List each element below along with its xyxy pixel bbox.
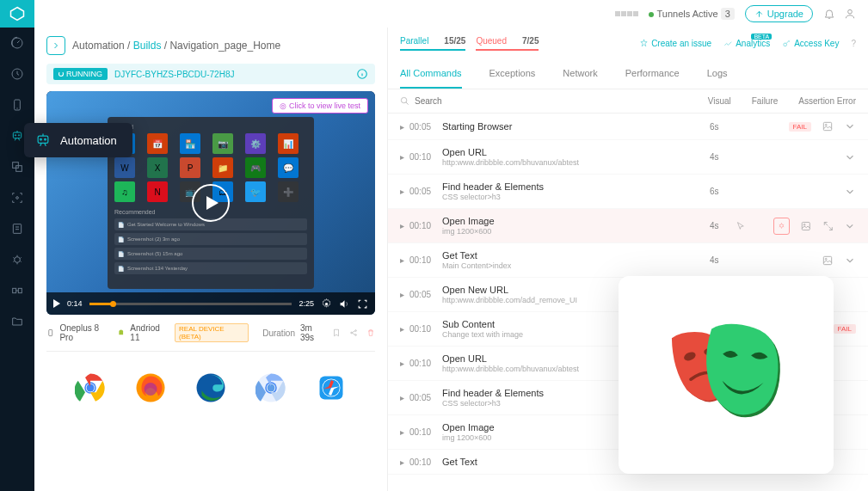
real-device-badge: REAL DEVICE (BETA)	[175, 323, 249, 342]
integrations-icon[interactable]	[0, 275, 34, 306]
delete-icon[interactable]	[366, 328, 375, 337]
play-icon: ▸	[400, 457, 404, 467]
search-input[interactable]	[415, 96, 708, 106]
command-tabs: All Commands Exceptions Network Performa…	[388, 59, 868, 89]
help-icon[interactable]: ?	[851, 39, 856, 48]
image-icon[interactable]	[822, 255, 834, 267]
cmd-timestamp: 00:05	[409, 290, 442, 299]
apps-grid-icon[interactable]	[615, 11, 638, 16]
command-row[interactable]: ▸00:10Open URLhttp:www.dribbble.com/bhuv…	[388, 140, 868, 175]
image-icon[interactable]	[800, 220, 812, 232]
chevron-down-icon[interactable]	[844, 255, 856, 267]
play-icon: ▸	[400, 427, 404, 437]
upgrade-button[interactable]: Upgrade	[745, 5, 813, 22]
svg-point-36	[401, 97, 406, 102]
build-status-bar: RUNNING DJYFC-BYHZS-PBCDU-72H8J	[46, 64, 375, 84]
svg-rect-10	[13, 224, 21, 234]
device-icon[interactable]	[0, 89, 34, 120]
cmd-timestamp: 00:10	[409, 359, 442, 368]
history-icon[interactable]	[0, 58, 34, 89]
chevron-down-icon[interactable]	[844, 151, 856, 163]
play-icon: ▸	[400, 255, 404, 265]
info-icon[interactable]	[356, 68, 368, 80]
svg-rect-42	[823, 256, 831, 264]
logo[interactable]	[0, 0, 34, 28]
scan-icon[interactable]	[0, 182, 34, 213]
svg-rect-37	[823, 122, 831, 130]
col-visual: Visual	[708, 96, 731, 106]
tab-performance[interactable]: Performance	[625, 59, 680, 89]
settings-icon[interactable]	[321, 298, 332, 310]
cmd-title: Open URL	[442, 147, 710, 157]
svg-point-9	[16, 197, 19, 199]
tab-all-commands[interactable]: All Commands	[400, 59, 462, 89]
scrubber[interactable]	[89, 303, 292, 305]
user-icon[interactable]	[844, 8, 856, 20]
play-button[interactable]	[192, 184, 230, 222]
folder-icon[interactable]	[0, 306, 34, 337]
play-small-icon[interactable]	[53, 299, 60, 308]
svg-point-45	[40, 138, 42, 140]
masks-icon	[649, 306, 803, 444]
svg-point-18	[351, 332, 353, 334]
playwright-card	[619, 276, 834, 474]
svg-rect-7	[13, 163, 19, 169]
cmd-timestamp: 00:10	[409, 427, 442, 437]
dashboard-icon[interactable]	[0, 28, 34, 58]
chevron-down-icon[interactable]	[844, 120, 856, 132]
tab-logs[interactable]: Logs	[707, 59, 728, 89]
list-icon[interactable]	[0, 213, 34, 244]
queued-stat[interactable]: Queued7/25	[476, 36, 539, 51]
bell-icon[interactable]	[823, 8, 835, 20]
play-icon: ▸	[400, 393, 404, 402]
command-row[interactable]: ▸00:05Starting Browser6sFAIL	[388, 114, 868, 140]
volume-icon[interactable]	[339, 298, 350, 310]
live-test-button[interactable]: ◎Click to view live test	[272, 98, 368, 114]
command-row[interactable]: ▸00:10Get TextMain Content>index4s	[388, 243, 868, 278]
chromium-icon	[255, 372, 286, 403]
image-icon[interactable]	[822, 120, 834, 132]
expand-icon[interactable]	[822, 220, 834, 232]
svg-point-26	[145, 383, 157, 396]
svg-point-19	[355, 330, 357, 332]
breadcrumb-icon[interactable]	[46, 36, 65, 55]
tab-network[interactable]: Network	[563, 59, 597, 89]
chevron-down-icon[interactable]	[844, 186, 856, 198]
device-info: Oneplus 8 Pro Andriod 11 REAL DEVICE (BE…	[46, 315, 375, 352]
cmd-duration: 4s	[710, 255, 736, 265]
play-icon: ▸	[400, 221, 404, 230]
play-icon: ▸	[400, 152, 404, 162]
parallel-stat[interactable]: Parallel15/25	[400, 36, 465, 51]
edge-icon	[195, 372, 226, 403]
svg-point-35	[784, 43, 787, 46]
breadcrumb-builds[interactable]: Builds	[133, 40, 162, 52]
svg-point-41	[803, 224, 805, 225]
svg-point-20	[355, 334, 357, 336]
running-badge: RUNNING	[53, 68, 108, 80]
bug-icon[interactable]	[773, 218, 791, 235]
access-key-link[interactable]: Access Key	[782, 39, 839, 48]
automation-tooltip: Automation	[24, 123, 132, 157]
play-icon: ▸	[400, 122, 404, 132]
fullscreen-icon[interactable]	[357, 298, 368, 310]
tab-exceptions[interactable]: Exceptions	[489, 59, 536, 89]
bookmark-icon[interactable]	[332, 328, 341, 337]
svg-point-38	[825, 124, 827, 126]
command-row[interactable]: ▸00:10Open Imageimg 1200×6004s	[388, 209, 868, 243]
topbar: Tunnels Active3 Upgrade	[34, 0, 868, 28]
col-failure: Failure	[752, 96, 779, 106]
cmd-timestamp: 00:05	[409, 122, 442, 132]
analytics-link[interactable]: Analytics	[723, 39, 770, 48]
breadcrumb-root[interactable]: Automation	[72, 40, 125, 52]
command-row[interactable]: ▸00:05Find header & ElementsCSS selector…	[388, 175, 868, 209]
cmd-timestamp: 00:10	[409, 255, 442, 265]
fail-badge: FAIL	[789, 122, 811, 132]
svg-rect-13	[18, 288, 22, 292]
cmd-duration: 6s	[710, 187, 736, 196]
bug-icon[interactable]	[0, 244, 34, 275]
sidebar	[0, 0, 34, 491]
cmd-title: Find header & Elements	[442, 181, 710, 192]
chevron-down-icon[interactable]	[844, 220, 856, 232]
share-icon[interactable]	[349, 328, 358, 337]
create-issue-link[interactable]: Create an issue	[639, 39, 711, 48]
